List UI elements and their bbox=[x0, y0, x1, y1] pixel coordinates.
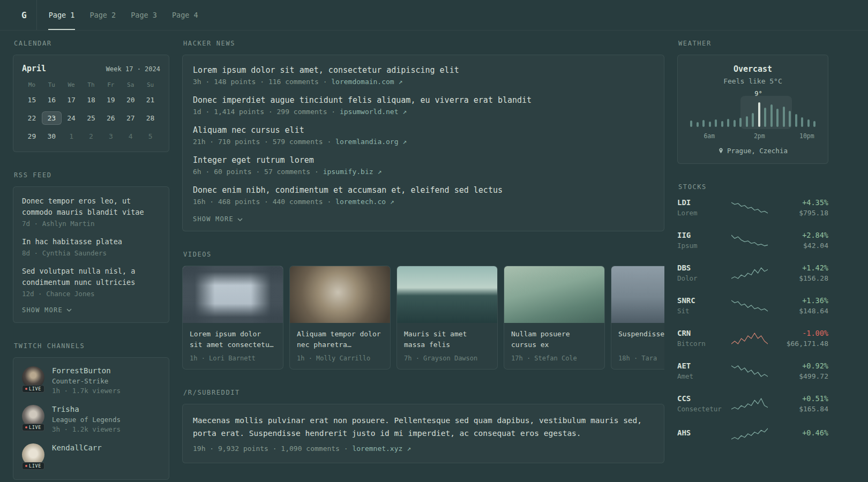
hn-story-meta: 16h · 468 points · 440 comments · loremt… bbox=[193, 198, 654, 206]
stock-row[interactable]: LDI Lorem +4.35% $795.18 bbox=[677, 198, 828, 217]
video-info: Nullam posuere cursus ex 17h · Stefan Co… bbox=[504, 323, 604, 369]
stock-ticker: LDI bbox=[677, 198, 722, 207]
video-card[interactable]: Aliquam tempor dolor nec pharetra… 1h · … bbox=[289, 266, 391, 370]
stock-row[interactable]: AET Amet +0.92% $499.72 bbox=[677, 362, 828, 380]
hn-story[interactable]: Integer eget rutrum lorem 6h · 60 points… bbox=[193, 155, 654, 176]
show-more-label: SHOW MORE bbox=[22, 306, 63, 314]
hn-story-domain-link[interactable]: loremdomain.com ↗ bbox=[331, 78, 402, 86]
channel-name[interactable]: KendallCarr bbox=[52, 443, 102, 452]
stock-ticker: AHS bbox=[677, 428, 722, 437]
hn-story-domain-link[interactable]: ipsumify.biz ↗ bbox=[323, 168, 382, 176]
stock-sparkline bbox=[722, 332, 777, 345]
hn-story-domain-link[interactable]: ipsumworld.net ↗ bbox=[340, 108, 407, 116]
twitch-channel-row[interactable]: LIVE KendallCarr bbox=[22, 443, 160, 466]
video-card[interactable]: Lorem ipsum dolor sit amet consectetu… 1… bbox=[182, 266, 283, 370]
calendar-weekday: Su bbox=[140, 81, 160, 88]
channel-name[interactable]: ForrestBurton bbox=[52, 366, 121, 375]
calendar-day: 19 bbox=[101, 93, 121, 107]
stock-name: Sit bbox=[677, 307, 722, 315]
hn-story-title[interactable]: Donec enim nibh, condimentum et accumsan… bbox=[193, 185, 654, 195]
hn-domain-text: ipsumworld.net bbox=[340, 108, 399, 116]
stock-id: DBS Dolor bbox=[677, 263, 722, 282]
weather-time-label: 10pm bbox=[799, 132, 814, 140]
app-logo[interactable]: G bbox=[0, 0, 36, 30]
rss-item-meta: 12d · Chance Jones bbox=[22, 290, 160, 298]
subreddit-post-text[interactable]: Maecenas mollis pulvinar erat non posuer… bbox=[193, 415, 654, 440]
rss-item[interactable]: Sed volutpat nulla nisl, a condimentum n… bbox=[22, 266, 160, 298]
hn-story-title[interactable]: Aliquam nec cursus elit bbox=[193, 125, 654, 135]
stock-ticker: AET bbox=[677, 362, 722, 370]
tab-page-2[interactable]: Page 2 bbox=[89, 0, 116, 30]
show-more-label: SHOW MORE bbox=[193, 215, 234, 223]
subreddit-domain-link[interactable]: loremnet.xyz ↗ bbox=[352, 445, 411, 453]
stock-row[interactable]: CRN Bitcorn -1.00% $66,171.48 bbox=[677, 329, 828, 348]
calendar-day: 30 bbox=[42, 130, 62, 143]
channel-name[interactable]: Trisha bbox=[52, 405, 121, 413]
video-title: Aliquam tempor dolor nec pharetra… bbox=[297, 329, 383, 350]
video-info: Mauris sit amet massa felis 7h · Grayson… bbox=[397, 323, 497, 369]
rss-item[interactable]: In hac habitasse platea 8d · Cynthia Sau… bbox=[22, 236, 160, 257]
stock-row[interactable]: AHS +0.46% bbox=[677, 427, 828, 441]
hn-domain-text: loremlandia.org bbox=[335, 138, 398, 146]
hn-story-domain-link[interactable]: loremlandia.org ↗ bbox=[335, 138, 407, 146]
weather-time-axis: 6am 2pm 10pm bbox=[687, 132, 819, 140]
hn-story-domain-link[interactable]: loremtech.co ↗ bbox=[335, 198, 394, 206]
stock-ticker: CRN bbox=[677, 329, 722, 337]
external-link-icon: ↗ bbox=[377, 168, 381, 176]
twitch-channel-row[interactable]: LIVE ForrestBurton Counter-Strike 1h · 1… bbox=[22, 366, 160, 395]
rss-item-title[interactable]: Donec tempor eros leo, ut commodo mauris… bbox=[22, 195, 160, 218]
hn-story-meta: 3h · 148 points · 116 comments · loremdo… bbox=[193, 78, 654, 86]
hn-show-more-button[interactable]: SHOW MORE bbox=[193, 215, 654, 223]
stocks-section-title: STOCKS bbox=[678, 183, 828, 191]
tab-page-4[interactable]: Page 4 bbox=[171, 0, 199, 30]
stock-row[interactable]: IIG Ipsum +2.84% $42.04 bbox=[677, 231, 828, 250]
hn-story[interactable]: Aliquam nec cursus elit 21h · 710 points… bbox=[193, 125, 654, 146]
rss-item-title[interactable]: In hac habitasse platea bbox=[22, 236, 160, 247]
hn-story-title[interactable]: Donec imperdiet augue tincidunt felis al… bbox=[193, 95, 654, 105]
stock-price: $795.18 bbox=[777, 209, 828, 217]
weather-widget: WEATHER Overcast Feels like 5°C 9° 6am 2… bbox=[677, 40, 828, 164]
tab-page-1[interactable]: Page 1 bbox=[48, 0, 76, 30]
video-card[interactable]: Suspendisse diam 18h · Tara bbox=[611, 266, 664, 370]
weather-location-text: Prague, Czechia bbox=[727, 147, 788, 155]
calendar-grid: Mo Tu We Th Fr Sa Su 15 16 17 18 19 20 2… bbox=[22, 81, 160, 143]
rss-show-more-button[interactable]: SHOW MORE bbox=[22, 306, 160, 314]
rss-item[interactable]: Donec tempor eros leo, ut commodo mauris… bbox=[22, 195, 160, 228]
stock-id: IIG Ipsum bbox=[677, 231, 722, 250]
videos-carousel: Lorem ipsum dolor sit amet consectetu… 1… bbox=[182, 266, 664, 370]
stock-id: AET Amet bbox=[677, 362, 722, 380]
video-title: Mauris sit amet massa felis bbox=[404, 329, 490, 350]
stock-row[interactable]: CCS Consectetur +0.51% $165.84 bbox=[677, 394, 828, 413]
video-meta: 1h · Molly Carrillo bbox=[297, 355, 383, 362]
calendar-day-next-month: 2 bbox=[81, 130, 101, 143]
weather-location: Prague, Czechia bbox=[687, 147, 819, 155]
stock-name: Dolor bbox=[677, 274, 722, 282]
hn-story[interactable]: Donec enim nibh, condimentum et accumsan… bbox=[193, 185, 654, 206]
hn-domain-text: loremdomain.com bbox=[331, 78, 394, 86]
hn-meta-text: 21h · 710 points · 579 comments · bbox=[193, 138, 331, 146]
location-pin-icon bbox=[718, 147, 724, 154]
hn-story[interactable]: Lorem ipsum dolor sit amet, consectetur … bbox=[193, 65, 654, 86]
video-card[interactable]: Nullam posuere cursus ex 17h · Stefan Co… bbox=[504, 266, 605, 370]
calendar-day-selected: 23 bbox=[42, 111, 62, 125]
channel-meta: 1h · 1.7k viewers bbox=[52, 387, 121, 395]
video-card[interactable]: Mauris sit amet massa felis 7h · Grayson… bbox=[396, 266, 498, 370]
channel-info: Trisha League of Legends 3h · 1.2k viewe… bbox=[52, 405, 121, 433]
weather-temp-label: 9° bbox=[754, 90, 762, 97]
stocks-list: LDI Lorem +4.35% $795.18 IIG Ipsum bbox=[677, 198, 828, 441]
channel-info: ForrestBurton Counter-Strike 1h · 1.7k v… bbox=[52, 366, 121, 395]
calendar-day-next-month: 1 bbox=[62, 130, 81, 143]
stock-values: +4.35% $795.18 bbox=[777, 198, 828, 217]
hn-story[interactable]: Donec imperdiet augue tincidunt felis al… bbox=[193, 95, 654, 116]
twitch-channel-row[interactable]: LIVE Trisha League of Legends 3h · 1.2k … bbox=[22, 405, 160, 433]
hn-story-title[interactable]: Lorem ipsum dolor sit amet, consectetur … bbox=[193, 65, 654, 75]
rss-item-title[interactable]: Sed volutpat nulla nisl, a condimentum n… bbox=[22, 266, 160, 288]
channel-game: Counter-Strike bbox=[52, 377, 121, 385]
stock-row[interactable]: SNRC Sit +1.36% $148.64 bbox=[677, 296, 828, 315]
tab-page-3[interactable]: Page 3 bbox=[130, 0, 158, 30]
hn-story-title[interactable]: Integer eget rutrum lorem bbox=[193, 155, 654, 165]
stock-row[interactable]: DBS Dolor +1.42% $156.28 bbox=[677, 263, 828, 282]
hn-story-meta: 1d · 1,414 points · 299 comments · ipsum… bbox=[193, 108, 654, 116]
external-link-icon: ↗ bbox=[407, 445, 411, 453]
stock-sparkline bbox=[722, 427, 777, 441]
